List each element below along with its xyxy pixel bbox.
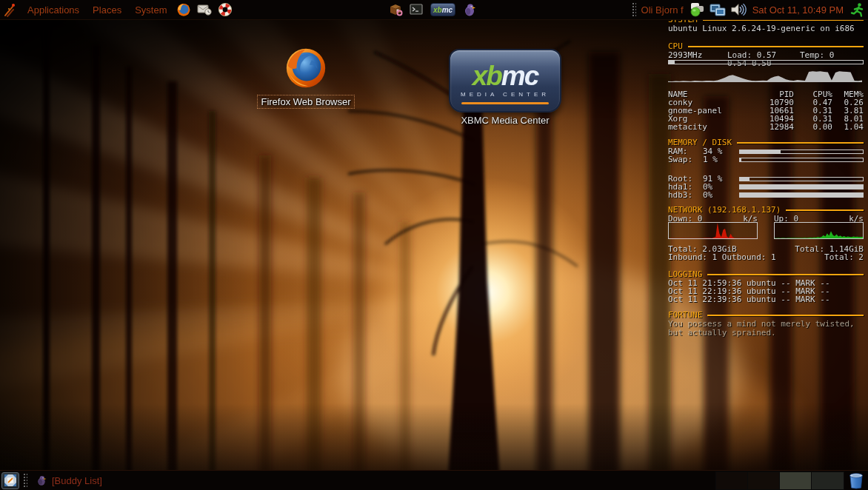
top-panel: Applications Places System xyxy=(0,0,868,20)
conky-cpu-title: CPU xyxy=(668,42,683,50)
logging-title: LOGGING xyxy=(668,270,702,278)
ram-row: RAM: 34 % xyxy=(668,147,864,155)
pidgin-task-icon xyxy=(36,474,47,486)
swap-bar xyxy=(739,158,864,162)
cpu-load: Load: 0.57 0.54 0.50 xyxy=(727,51,800,67)
divider xyxy=(786,209,864,211)
xbmc-logo-icon: xbmc MEDIA CENTER xyxy=(449,49,561,113)
task-label: [Buddy List] xyxy=(52,475,102,486)
conky-cpu-info: 2993MHz Load: 0.57 0.54 0.50 Temp: 0 xyxy=(668,51,864,67)
cpu-freq: 2993MHz xyxy=(668,51,727,67)
hdb3-row: hdb3: 0% xyxy=(668,191,864,199)
divider xyxy=(737,142,864,144)
conky-section-memory-disk: MEMORY / DISK xyxy=(668,138,864,147)
hdb3-bar xyxy=(739,192,864,198)
upload-graph xyxy=(774,222,864,239)
log-line: Oct 11 22:39:36 ubuntu -- MARK -- xyxy=(668,295,864,303)
hda1-bar xyxy=(739,184,864,189)
xbmc-logo-mc: mc xyxy=(501,61,538,91)
download-graph xyxy=(668,222,758,239)
hda1-row: hda1: 0% xyxy=(668,183,864,191)
workspace-2[interactable] xyxy=(748,472,780,489)
trash-icon xyxy=(848,471,864,489)
logout-runner-icon[interactable] xyxy=(849,1,866,18)
help-launcher-icon[interactable] xyxy=(217,1,233,18)
cpu-history-graph xyxy=(668,67,862,82)
panel-drag-handle[interactable] xyxy=(23,473,27,488)
memory-disk-title: MEMORY / DISK xyxy=(668,138,732,147)
workspace-4[interactable] xyxy=(812,472,844,489)
cpu-usage-bar xyxy=(668,60,864,64)
desktop-icon-label[interactable]: XBMC Media Center xyxy=(458,114,552,127)
mail-launcher-icon[interactable] xyxy=(196,1,213,18)
conky-os-line: ubuntu Linux 2.6.24-19-generic on i686 xyxy=(668,24,864,33)
workspace-switcher xyxy=(715,471,844,490)
conky-section-logging: LOGGING xyxy=(668,270,864,278)
conky-system-monitor: SYSTEM ubuntu Linux 2.6.24-19-generic on… xyxy=(668,16,864,363)
clock-applet[interactable]: Sat Oct 11, 10:49 PM xyxy=(752,4,844,16)
bottom-panel: [Buddy List] xyxy=(0,470,868,490)
desktop-icon-firefox[interactable]: Firefox Web Browser xyxy=(261,44,351,109)
network-connections: Inbound: 1 Outbound: 1 Total: 2 xyxy=(668,253,864,261)
terminal-launcher-icon[interactable] xyxy=(408,1,424,18)
ram-bar xyxy=(739,150,864,154)
swap-row: Swap: 1 % xyxy=(668,155,864,164)
show-desktop-button[interactable] xyxy=(1,472,19,489)
cpu-temp: Temp: 0 xyxy=(800,51,864,67)
network-graphs xyxy=(668,222,864,239)
xbmc-logo-xb: xb xyxy=(473,61,501,91)
package-manager-icon[interactable] xyxy=(387,1,404,18)
trash-applet[interactable] xyxy=(847,471,866,490)
fortune-text: You possess a mind not merely twisted, b… xyxy=(668,320,864,337)
distro-logo-icon[interactable] xyxy=(2,1,19,18)
table-row: gnome-panel106610.313.81 xyxy=(668,107,864,115)
firefox-icon xyxy=(283,44,329,93)
xbmc-logo-subtitle: MEDIA CENTER xyxy=(461,91,550,98)
root-row: Root: 91 % xyxy=(668,175,864,183)
presence-status-icon[interactable] xyxy=(689,1,705,18)
user-switcher-applet[interactable]: Oli Bjorn f xyxy=(641,4,684,16)
connections-inbound-outbound: Inbound: 1 Outbound: 1 xyxy=(668,253,776,261)
process-table-header: NAME PID CPU% MEM% xyxy=(668,90,864,98)
divider xyxy=(688,46,864,47)
workspace-1[interactable] xyxy=(716,472,748,489)
xbmc-launcher-icon[interactable]: xbmc xyxy=(430,3,455,16)
taskbar-item-buddy-list[interactable]: [Buddy List] xyxy=(30,471,108,490)
desktop-icon-label[interactable]: Firefox Web Browser xyxy=(257,95,354,109)
pidgin-launcher-icon[interactable] xyxy=(461,1,478,18)
firefox-launcher-icon[interactable] xyxy=(176,1,192,18)
volume-icon[interactable] xyxy=(730,1,747,18)
fortune-title: FORTUNE xyxy=(668,311,702,319)
divider xyxy=(707,274,864,275)
root-bar xyxy=(739,177,864,181)
show-desktop-icon xyxy=(4,474,17,487)
table-row: metacity129840.001.04 xyxy=(668,123,864,131)
divider xyxy=(707,315,864,316)
menu-applications[interactable]: Applications xyxy=(21,4,86,16)
connections-total: Total: 2 xyxy=(824,253,864,261)
conky-section-cpu: CPU xyxy=(668,42,864,50)
workspace-3-active[interactable] xyxy=(780,472,812,489)
menu-places[interactable]: Places xyxy=(86,4,128,16)
conky-section-network: NETWORK (192.168.1.137) xyxy=(668,206,864,214)
desktop-icon-xbmc[interactable]: xbmc MEDIA CENTER XBMC Media Center xyxy=(444,49,566,127)
panel-drag-handle[interactable] xyxy=(632,2,636,17)
xbmc-logo-orange-bar xyxy=(461,102,549,104)
menu-system[interactable]: System xyxy=(128,4,173,16)
conky-section-fortune: FORTUNE xyxy=(668,311,864,319)
network-monitor-icon[interactable] xyxy=(710,1,726,18)
network-title: NETWORK (192.168.1.137) xyxy=(668,206,781,214)
